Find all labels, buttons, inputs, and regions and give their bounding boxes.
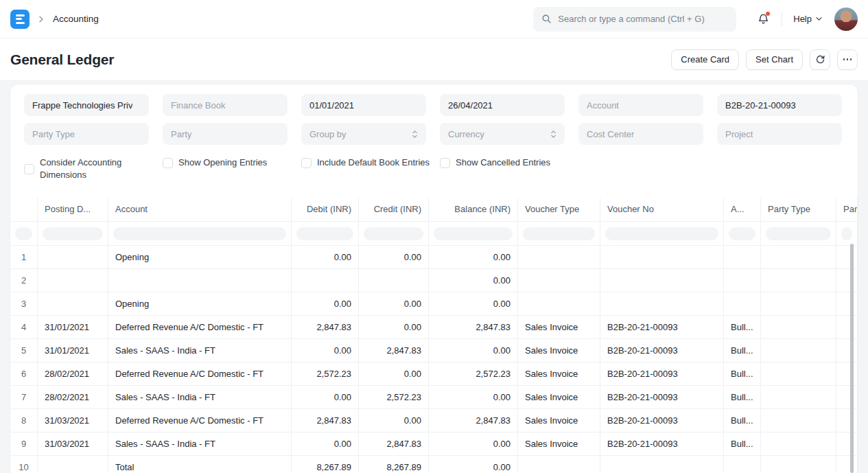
filter-finance-book[interactable]: Finance Book [163,94,288,116]
table-cell [836,362,858,385]
set-chart-button[interactable]: Set Chart [746,49,803,70]
filter-cell [292,222,359,245]
column-header-credit[interactable]: Credit (INR) [359,198,429,221]
navbar-divider [782,12,782,26]
column-header-debit[interactable]: Debit (INR) [292,198,359,221]
column-header-party-type[interactable]: Party Type [761,198,836,221]
row-index: 3 [10,292,38,315]
column-filter-input[interactable] [15,227,32,240]
chevron-down-icon [816,16,822,21]
table-cell: Total [108,456,292,473]
filter-account[interactable]: Account [578,94,703,116]
help-menu[interactable]: Help [793,14,822,24]
filter-cost-center[interactable]: Cost Center [578,123,703,145]
table-cell [108,269,292,292]
column-header-voucher-type[interactable]: Voucher Type [518,198,600,221]
table-cell: 0.00 [429,246,518,268]
table-cell: 0.00 [292,432,359,455]
table-row[interactable]: 831/03/2021Deferred Revenue A/C Domestic… [10,409,858,432]
table-cell: 0.00 [292,386,359,408]
table-cell: 0.00 [429,432,518,455]
filter-company[interactable]: Frappe Technologies Priv [24,94,149,116]
column-header[interactable] [10,198,38,221]
column-header-voucher-no[interactable]: Voucher No [600,198,724,221]
column-filter-input[interactable] [364,227,423,240]
row-index: 6 [10,362,38,385]
table-cell: 0.00 [359,246,429,268]
table-row[interactable]: 531/01/2021Sales - SAAS - India - FT0.00… [10,339,858,362]
vertical-scrollbar[interactable] [850,244,854,473]
table-cell [518,269,600,292]
column-filter-input[interactable] [766,227,831,240]
checkbox-consider-accounting-dimensions[interactable]: Consider Accounting Dimensions [24,157,149,181]
table-cell: 0.00 [292,292,359,315]
table-cell: Bull... [724,409,761,432]
table-row[interactable]: 431/01/2021Deferred Revenue A/C Domestic… [10,316,858,339]
navbar: Accounting Search or type a command (Ctr… [0,0,868,38]
column-filter-input[interactable] [434,227,513,240]
notifications-button[interactable] [755,12,771,27]
column-filter-input[interactable] [729,227,755,240]
table-cell: Bull... [724,362,761,385]
table-cell [836,316,858,338]
table-cell [292,269,359,292]
table-cell: Bull... [724,432,761,455]
checkbox-include-default-book-entries[interactable]: Include Default Book Entries [301,157,426,169]
column-header-posting-date[interactable]: Posting D... [38,198,108,221]
filter-project[interactable]: Project [717,123,842,145]
column-header-party[interactable]: Part [836,198,858,221]
table-cell [600,269,724,292]
filter-currency[interactable]: Currency [440,123,565,145]
table-cell [38,269,108,292]
table-cell: 2,847.83 [292,316,359,338]
column-header-against[interactable]: A... [724,198,761,221]
table-row[interactable]: 10Total8,267.898,267.890.00 [10,456,858,473]
table-cell: 2,847.83 [292,409,359,432]
menu-button[interactable] [837,49,858,70]
filter-to-date[interactable]: 26/04/2021 [440,94,565,116]
breadcrumb[interactable]: Accounting [53,14,99,24]
filter-party[interactable]: Party [163,123,288,145]
app-logo[interactable] [10,10,30,29]
table-row[interactable]: 628/02/2021Deferred Revenue A/C Domestic… [10,362,858,386]
filter-party-type[interactable]: Party Type [24,123,149,145]
checkbox-show-cancelled-entries[interactable]: Show Cancelled Entries [440,157,565,169]
column-filter-input[interactable] [113,227,286,240]
column-header-account[interactable]: Account [108,198,292,221]
filter-voucher-no[interactable]: B2B-20-21-00093 [717,94,842,116]
column-header-balance[interactable]: Balance (INR) [429,198,518,221]
table-cell: B2B-20-21-00093 [600,409,724,432]
refresh-button[interactable] [810,49,830,70]
page-header: General Ledger Create Card Set Chart [0,38,868,81]
filter-from-date[interactable]: 01/01/2021 [301,94,426,116]
table-cell [761,246,836,268]
table-cell [724,269,761,292]
column-filter-input[interactable] [841,227,852,240]
checkbox-icon [24,164,34,174]
table-row[interactable]: 931/03/2021Sales - SAAS - India - FT0.00… [10,432,858,456]
column-filter-input[interactable] [523,227,595,240]
table-row[interactable]: 728/02/2021Sales - SAAS - India - FT0.00… [10,386,858,409]
table-row[interactable]: 20.00 [10,269,858,292]
table-cell: 2,847.83 [429,409,518,432]
table-cell [724,456,761,473]
column-filter-input[interactable] [43,227,103,240]
table-row[interactable]: 1Opening0.000.000.00 [10,246,858,269]
search-input[interactable]: Search or type a command (Ctrl + G) [533,7,736,32]
create-card-button[interactable]: Create Card [671,49,739,70]
table-cell: 0.00 [292,246,359,268]
table-cell: Sales Invoice [518,432,600,455]
table-cell: 28/02/2021 [38,362,108,385]
table-cell: 0.00 [429,339,518,362]
table-row[interactable]: 3Opening0.000.000.00 [10,292,858,316]
column-filter-input[interactable] [605,227,718,240]
table-cell [724,292,761,315]
checkbox-show-opening-entries[interactable]: Show Opening Entries [163,157,288,169]
column-filter-input[interactable] [296,227,353,240]
table-cell [38,292,108,315]
table-cell [761,456,836,473]
filter-group-by[interactable]: Group by [301,123,426,145]
report-table: Posting D... Account Debit (INR) Credit … [10,198,858,473]
avatar[interactable] [834,8,858,31]
row-index: 7 [10,386,38,408]
